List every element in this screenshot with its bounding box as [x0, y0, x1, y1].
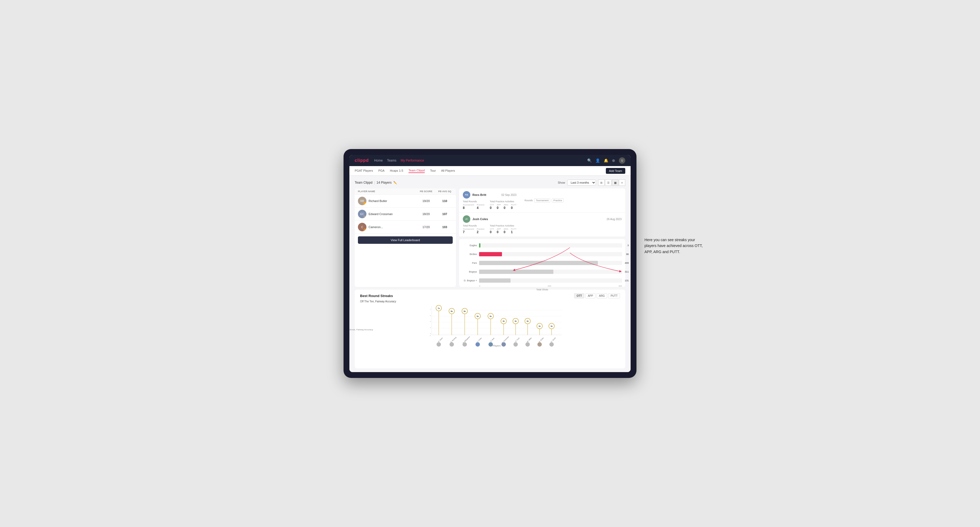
period-select[interactable]: Last 3 months [567, 179, 596, 186]
rees-name: Rees Britt [473, 193, 486, 197]
rees-ott: OTT 0 [490, 204, 494, 210]
nav-my-performance[interactable]: My Performance [401, 159, 424, 162]
svg-point-56 [549, 342, 554, 347]
bar-pars: Pars 499 [462, 261, 622, 265]
player-name-3: Cameron... [369, 225, 383, 229]
user-icon[interactable]: 👤 [595, 158, 600, 163]
svg-point-46 [525, 342, 530, 347]
josh-avatar: JC [463, 215, 470, 223]
nav-right: 🔍 👤 🔔 ⊕ U [587, 157, 625, 163]
table-row[interactable]: C 3 Cameron... 17/20 103 [355, 221, 456, 234]
subnav-team-clippd[interactable]: Team Clippd [409, 169, 425, 173]
svg-point-11 [436, 342, 441, 347]
bar-birdies: Birdies 96 [462, 252, 622, 256]
streaks-header: Best Round Streaks OTT APP ARG PUTT [360, 293, 620, 298]
rees-practice-row: OTT 0 APP 0 [490, 204, 516, 210]
bar-label-bogeys: Bogeys [462, 270, 477, 273]
card-view-btn[interactable]: ▦ [612, 179, 618, 186]
practice-btn[interactable]: Practice [552, 198, 564, 203]
annotation-text: Here you can see streaks your players ha… [644, 237, 703, 255]
bar-fill-birdies [479, 252, 502, 256]
circle-plus-icon[interactable]: ⊕ [612, 158, 615, 163]
subnav-hcaps[interactable]: Hcaps 1-5 [390, 169, 403, 173]
table-row[interactable]: RB 1 Richard Butler 19/20 110 [355, 195, 456, 208]
svg-text:7x: 7x [438, 307, 440, 309]
rees-date: 02 Sep 2023 [501, 194, 517, 197]
filter-putt[interactable]: PUTT [608, 293, 620, 298]
streak-chart-container: Best Streak, Fairway Accuracy [360, 306, 620, 365]
svg-text:4x: 4x [503, 320, 504, 322]
player-avatar-2: EC 2 [358, 210, 366, 218]
subnav-all-players[interactable]: All Players [441, 169, 455, 173]
player-info-3: C 3 Cameron... [358, 223, 415, 231]
card-header-rees: RB Rees Britt 02 Sep 2023 [463, 191, 516, 198]
table-view-btn[interactable]: ≡ [619, 179, 625, 186]
josh-rounds-row: Tournament 7 Practice 2 [463, 228, 484, 234]
bar-track-dbogeys: 131 [479, 278, 622, 283]
rees-putt: PUTT 0 [511, 204, 517, 210]
add-team-button[interactable]: Add Team [606, 168, 625, 174]
grid-view-btn[interactable]: ⊞ [598, 179, 605, 186]
player-info-1: RB 1 Richard Butler [358, 197, 415, 205]
filter-arg[interactable]: ARG [597, 293, 607, 298]
josh-practice-group: Total Practice Activities OTT 0 APP [490, 224, 516, 234]
nav-home[interactable]: Home [374, 159, 383, 162]
subnav-pga[interactable]: PGA [379, 169, 385, 173]
bar-label-birdies: Birdies [462, 253, 477, 256]
x-axis-200: 200 [547, 285, 551, 287]
main-content: Team Clippd | 14 Players ✏️ Show Last 3 … [349, 176, 631, 372]
user-avatar[interactable]: U [619, 157, 625, 163]
subnav-pgat[interactable]: PGAT Players [355, 169, 373, 173]
player-info-2: EC 2 Edward Crossman [358, 210, 415, 218]
josh-practice: Practice 2 [477, 228, 484, 234]
rees-rounds-group: Total Rounds Tournament 8 [463, 200, 484, 210]
bar-value-dbogeys: 131 [625, 279, 629, 282]
filter-ott[interactable]: OTT [574, 293, 584, 298]
subnav-tour[interactable]: Tour [430, 169, 436, 173]
svg-text:6x: 6x [464, 310, 466, 312]
show-label: Show [558, 181, 565, 184]
bar-bogeys: Bogeys 311 [462, 270, 622, 274]
bar-chart-bars: Eagles 3 Birdies [462, 242, 622, 284]
bar-track-birdies: 96 [479, 252, 622, 256]
josh-putt: PUTT 1 [511, 228, 517, 234]
filter-app[interactable]: APP [585, 293, 595, 298]
rank-badge-3: 3 [363, 228, 366, 231]
bar-value-eagles: 3 [627, 244, 629, 247]
table-row[interactable]: EC 2 Edward Crossman 18/20 107 [355, 208, 456, 221]
col-player-name: PLAYER NAME [358, 190, 415, 193]
tournament-btn[interactable]: Tournament [534, 198, 550, 203]
rounds-label: Rounds [524, 199, 533, 202]
rees-avatar: RB [463, 191, 470, 198]
nav-teams[interactable]: Teams [387, 159, 396, 162]
card-header-josh: JC Josh Coles 26 Aug 2023 [463, 215, 622, 223]
player-name-2: Edward Crossman [369, 213, 393, 216]
josh-practice-label: Total Practice Activities [490, 224, 516, 227]
x-axis-400: 400 [619, 285, 622, 287]
bar-fill-eagles [479, 243, 480, 248]
bar-track-eagles: 3 [479, 243, 622, 248]
svg-point-16 [450, 342, 454, 347]
svg-point-36 [501, 342, 506, 347]
player-count: 14 Players [377, 181, 392, 184]
view-leaderboard-button[interactable]: View Full Leaderboard [358, 237, 453, 244]
josh-name: Josh Coles [473, 217, 488, 221]
bell-icon[interactable]: 🔔 [604, 158, 608, 163]
chart-title: Total Shots [462, 288, 622, 291]
search-icon[interactable]: 🔍 [587, 158, 592, 163]
josh-practice-row: OTT 0 APP 0 [490, 228, 516, 234]
bar-value-pars: 499 [625, 262, 629, 264]
list-view-btn[interactable]: ☰ [605, 179, 611, 186]
player-card-rees: RB Rees Britt 02 Sep 2023 Total Rounds [459, 189, 625, 213]
svg-text:3: 3 [430, 333, 431, 334]
rees-practice-group: Total Practice Activities OTT 0 [490, 200, 516, 210]
svg-text:5x: 5x [490, 316, 492, 317]
team-header: Team Clippd | 14 Players ✏️ Show Last 3 … [355, 179, 625, 186]
streaks-section: Best Round Streaks OTT APP ARG PUTT Off … [355, 290, 625, 368]
rank-badge-2: 2 [363, 215, 366, 218]
bar-value-birdies: 96 [626, 253, 629, 256]
streak-filters: OTT APP ARG PUTT [574, 293, 620, 298]
edit-icon[interactable]: ✏️ [393, 181, 397, 184]
svg-point-31 [488, 342, 493, 347]
bar-fill-dbogeys [479, 278, 511, 283]
